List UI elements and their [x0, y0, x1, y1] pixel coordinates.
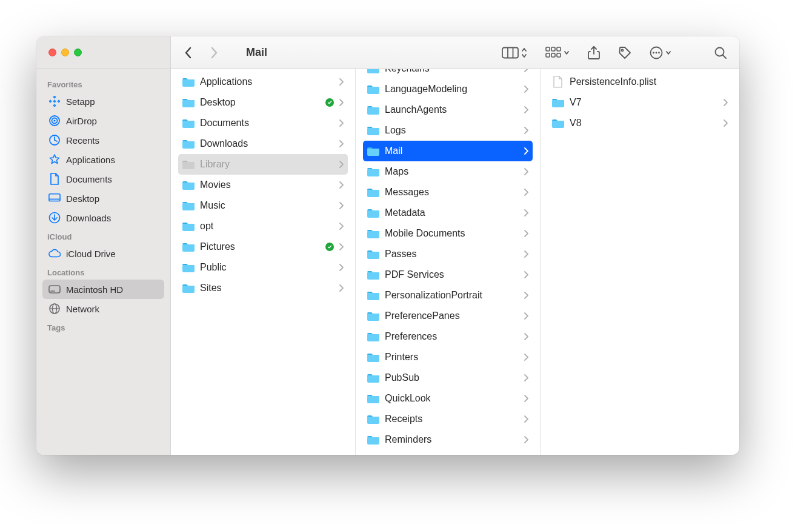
folder-row-pubsub[interactable]: PubSub: [363, 368, 533, 388]
chevron-right-icon: [524, 250, 529, 258]
folder-row-logs[interactable]: Logs: [363, 120, 533, 141]
document-icon: [551, 76, 565, 88]
row-label: Library: [200, 159, 334, 170]
column-0[interactable]: ApplicationsDesktopDocumentsDownloadsLib…: [171, 69, 356, 455]
chevron-right-icon: [524, 415, 529, 423]
chevron-right-icon: [723, 119, 728, 127]
file-row-persistenceinfo-plist[interactable]: PersistenceInfo.plist: [548, 72, 732, 92]
sidebar-item-applications[interactable]: Applications: [42, 150, 164, 169]
row-label: Documents: [200, 118, 334, 129]
folder-row-languagemodeling[interactable]: LanguageModeling: [363, 79, 533, 99]
sidebar-item-icloud-drive[interactable]: iCloud Drive: [42, 244, 164, 263]
folder-row-public[interactable]: Public: [178, 257, 348, 278]
folder-row-mail[interactable]: Mail: [363, 141, 533, 161]
chevron-right-icon: [524, 374, 529, 382]
folder-row-preferences[interactable]: Preferences: [363, 326, 533, 347]
sidebar-item-downloads[interactable]: Downloads: [42, 208, 164, 227]
svg-rect-30: [49, 286, 60, 293]
search-button[interactable]: [714, 46, 727, 59]
column-2[interactable]: PersistenceInfo.plistV7V8: [541, 69, 739, 455]
folder-icon: [367, 434, 380, 446]
close-button[interactable]: [48, 49, 56, 56]
folder-row-maps[interactable]: Maps: [363, 161, 533, 182]
row-label: Sites: [200, 283, 334, 294]
folder-row-pictures[interactable]: Pictures: [178, 237, 348, 257]
svg-point-14: [658, 52, 660, 53]
folder-row-mobile-documents[interactable]: Mobile Documents: [363, 223, 533, 244]
chevron-right-icon: [339, 243, 344, 251]
svg-rect-6: [546, 53, 550, 57]
sidebar: FavoritesSetappAirDropRecentsApplication…: [36, 69, 171, 455]
folder-row-v7[interactable]: V7: [548, 92, 732, 113]
folder-icon: [367, 124, 380, 136]
minimize-button[interactable]: [61, 49, 69, 56]
sidebar-item-documents[interactable]: Documents: [42, 169, 164, 189]
folder-row-preferencepanes[interactable]: PreferencePanes: [363, 306, 533, 326]
chevron-right-icon: [524, 353, 529, 361]
group-by-button[interactable]: [545, 47, 570, 59]
folder-icon: [551, 117, 565, 129]
folder-row-movies[interactable]: Movies: [178, 175, 348, 195]
folder-row-messages[interactable]: Messages: [363, 182, 533, 203]
chevron-right-icon: [339, 139, 344, 148]
folder-row-sites[interactable]: Sites: [178, 278, 348, 298]
folder-row-downloads[interactable]: Downloads: [178, 133, 348, 154]
svg-rect-8: [557, 53, 561, 57]
svg-point-24: [53, 119, 55, 121]
svg-rect-18: [53, 99, 56, 103]
folder-row-music[interactable]: Music: [178, 195, 348, 216]
folder-row-launchagents[interactable]: LaunchAgents: [363, 99, 533, 120]
folder-row-v8[interactable]: V8: [548, 113, 732, 133]
more-button[interactable]: [650, 46, 671, 59]
folder-icon: [367, 104, 380, 116]
finder-window: Mail: [36, 36, 739, 455]
svg-rect-5: [557, 47, 561, 51]
view-columns-button[interactable]: [502, 47, 527, 59]
tags-button[interactable]: [618, 46, 631, 59]
folder-row-receipts[interactable]: Receipts: [363, 409, 533, 429]
sidebar-item-macintosh-hd[interactable]: Macintosh HD: [42, 280, 164, 299]
folder-row-desktop[interactable]: Desktop: [178, 92, 348, 113]
svg-rect-21: [57, 99, 60, 103]
folder-row-documents[interactable]: Documents: [178, 113, 348, 133]
sidebar-group-label: Locations: [42, 263, 164, 280]
folder-row-applications[interactable]: Applications: [178, 72, 348, 92]
sidebar-item-recents[interactable]: Recents: [42, 130, 164, 150]
chevron-right-icon: [524, 147, 529, 155]
folder-row-personalizationportrait[interactable]: PersonalizationPortrait: [363, 285, 533, 306]
column-1[interactable]: KeychainsLanguageModelingLaunchAgentsLog…: [356, 69, 541, 455]
svg-rect-20: [49, 99, 52, 103]
row-label: Maps: [385, 166, 519, 177]
folder-row-quicklook[interactable]: QuickLook: [363, 388, 533, 409]
sidebar-item-setapp[interactable]: Setapp: [42, 92, 164, 111]
folder-row-printers[interactable]: Printers: [363, 347, 533, 368]
back-button[interactable]: [182, 44, 195, 62]
sidebar-item-desktop[interactable]: Desktop: [42, 189, 164, 208]
forward-button[interactable]: [207, 44, 221, 62]
chevron-right-icon: [524, 106, 529, 114]
svg-rect-7: [551, 53, 555, 57]
sidebar-item-airdrop[interactable]: AirDrop: [42, 111, 164, 130]
share-button[interactable]: [588, 45, 600, 60]
chevron-right-icon: [339, 284, 344, 292]
folder-row-reminders[interactable]: Reminders: [363, 429, 533, 450]
row-label: LanguageModeling: [385, 84, 519, 95]
chevron-right-icon: [524, 209, 529, 217]
folder-row-metadata[interactable]: Metadata: [363, 203, 533, 223]
row-label: PersistenceInfo.plist: [570, 76, 728, 87]
chevron-right-icon: [524, 85, 529, 93]
folder-row-library[interactable]: Library: [178, 154, 348, 175]
folder-row-keychains[interactable]: Keychains: [363, 69, 533, 79]
fullscreen-button[interactable]: [74, 49, 82, 56]
folder-row-passes[interactable]: Passes: [363, 244, 533, 264]
sidebar-item-label: Setapp: [66, 96, 95, 107]
row-label: PubSub: [385, 372, 519, 383]
chevron-right-icon: [524, 291, 529, 300]
row-label: Receipts: [385, 414, 519, 425]
folder-row-pdf-services[interactable]: PDF Services: [363, 264, 533, 285]
folder-icon: [367, 145, 380, 157]
folder-row-opt[interactable]: opt: [178, 216, 348, 237]
svg-point-13: [656, 52, 657, 53]
sidebar-item-network[interactable]: Network: [42, 299, 164, 318]
window-body: FavoritesSetappAirDropRecentsApplication…: [36, 69, 739, 455]
